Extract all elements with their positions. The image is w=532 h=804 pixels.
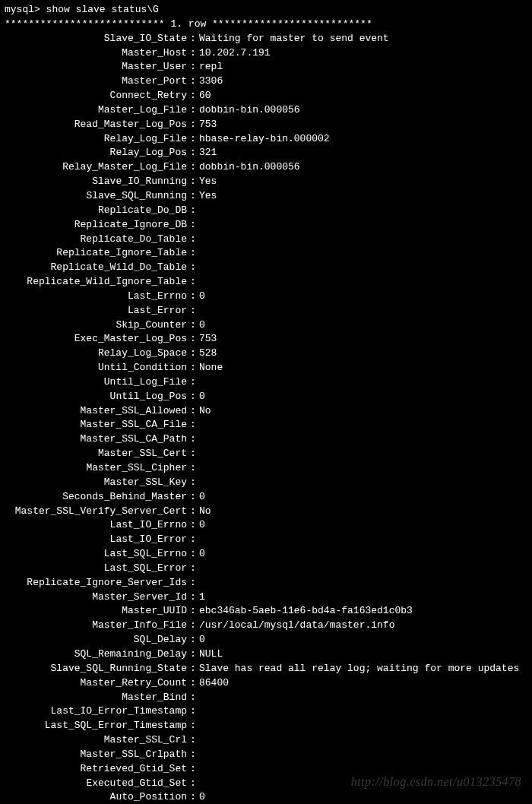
status-row: Master_SSL_Crlpath:	[5, 748, 527, 762]
field-separator: :	[187, 89, 199, 103]
field-label: Slave_SQL_Running_State	[5, 662, 187, 676]
field-value: 528	[199, 347, 217, 361]
field-separator: :	[187, 590, 199, 605]
field-label: Replicate_Wild_Do_Table	[5, 261, 187, 275]
field-separator: :	[187, 461, 199, 476]
field-value: Yes	[199, 175, 217, 189]
field-label: Replicate_Do_DB	[5, 204, 187, 218]
field-value: Waiting for master to send event	[199, 32, 389, 46]
field-value: 753	[199, 118, 217, 132]
field-separator: :	[187, 619, 199, 633]
field-label: Master_SSL_Cipher	[5, 461, 187, 476]
status-row: SQL_Remaining_Delay:NULL	[5, 647, 527, 662]
status-row: Last_SQL_Error:	[5, 562, 527, 576]
watermark-text: http://blog.csdn.net/u013235478	[351, 773, 521, 790]
field-separator: :	[187, 361, 199, 375]
field-label: Relay_Master_Log_File	[5, 160, 187, 175]
field-separator: :	[187, 533, 199, 547]
status-row: Read_Master_Log_Pos:753	[5, 118, 527, 132]
status-row: Master_Server_Id:1	[5, 590, 527, 605]
field-label: Relay_Log_Space	[5, 347, 187, 361]
status-row: Until_Log_File:	[5, 375, 527, 390]
field-separator: :	[187, 218, 199, 233]
field-separator: :	[187, 233, 199, 247]
field-value: 0	[199, 490, 205, 505]
command-line[interactable]: mysql> show slave status\G	[5, 3, 527, 17]
field-label: Last_SQL_Error	[5, 562, 187, 576]
status-row: Master_SSL_CA_Path:	[5, 432, 527, 447]
field-label: SQL_Delay	[5, 633, 187, 647]
field-separator: :	[187, 246, 199, 261]
field-label: Master_Info_File	[5, 619, 187, 633]
status-row: Replicate_Ignore_Table:	[5, 246, 527, 261]
field-separator: :	[187, 748, 199, 762]
field-label: Master_User	[5, 60, 187, 74]
field-label: Slave_IO_State	[5, 32, 187, 46]
field-label: Master_Host	[5, 46, 187, 61]
field-separator: :	[187, 662, 199, 676]
status-row: Auto_Position:0	[5, 790, 527, 804]
field-value: ebc346ab-5aeb-11e6-bd4a-fa163ed1c0b3	[199, 604, 413, 619]
field-separator: :	[187, 576, 199, 590]
status-row: Last_SQL_Errno:0	[5, 547, 527, 562]
status-row: Last_SQL_Error_Timestamp:	[5, 719, 527, 733]
status-row: Last_Error:	[5, 304, 527, 318]
field-label: Until_Log_File	[5, 375, 187, 390]
field-separator: :	[187, 74, 199, 89]
field-value: 3306	[199, 74, 223, 89]
field-separator: :	[187, 204, 199, 218]
field-separator: :	[187, 189, 199, 204]
field-separator: :	[187, 390, 199, 404]
field-label: Skip_Counter	[5, 318, 187, 333]
field-label: Last_IO_Error	[5, 533, 187, 547]
field-label: Replicate_Ignore_Server_Ids	[5, 576, 187, 590]
field-label: Master_Server_Id	[5, 590, 187, 605]
status-row: Master_Log_File:dobbin-bin.000056	[5, 103, 527, 118]
field-value: NULL	[199, 647, 223, 662]
status-row: Relay_Master_Log_File:dobbin-bin.000056	[5, 160, 527, 175]
status-row: Last_Errno:0	[5, 290, 527, 304]
field-label: Connect_Retry	[5, 89, 187, 103]
field-separator: :	[187, 318, 199, 333]
field-label: Master_SSL_Allowed	[5, 404, 187, 419]
field-value: None	[199, 361, 223, 375]
status-row: Master_SSL_CA_File:	[5, 418, 527, 432]
field-separator: :	[187, 633, 199, 647]
status-row: Master_Info_File:/usr/local/mysql/data/m…	[5, 619, 527, 633]
field-separator: :	[187, 275, 199, 290]
command-text: show slave status\G	[46, 4, 159, 15]
field-value: 0	[199, 547, 205, 562]
field-separator: :	[187, 261, 199, 275]
field-separator: :	[187, 490, 199, 505]
status-row: Exec_Master_Log_Pos:753	[5, 332, 527, 347]
field-label: Slave_IO_Running	[5, 175, 187, 189]
status-row: Relay_Log_Pos:321	[5, 146, 527, 160]
field-separator: :	[187, 762, 199, 777]
field-label: Replicate_Ignore_DB	[5, 218, 187, 233]
status-row: Master_SSL_Cert:	[5, 447, 527, 461]
field-value: 753	[199, 332, 217, 347]
status-row: Connect_Retry:60	[5, 89, 527, 103]
field-label: Relay_Log_File	[5, 132, 187, 147]
field-value: 0	[199, 633, 205, 647]
field-label: Last_SQL_Errno	[5, 547, 187, 562]
field-label: Replicate_Wild_Ignore_Table	[5, 275, 187, 290]
status-row: Replicate_Wild_Do_Table:	[5, 261, 527, 275]
status-row: Seconds_Behind_Master:0	[5, 490, 527, 505]
field-label: Master_UUID	[5, 604, 187, 619]
field-value: dobbin-bin.000056	[199, 103, 300, 118]
field-label: Slave_SQL_Running	[5, 189, 187, 204]
field-label: Last_IO_Error_Timestamp	[5, 704, 187, 719]
field-separator: :	[187, 518, 199, 533]
field-label: Master_SSL_Crl	[5, 733, 187, 748]
status-row: Relay_Log_Space:528	[5, 347, 527, 361]
field-label: Until_Condition	[5, 361, 187, 375]
prompt: mysql>	[5, 4, 46, 15]
status-fields: Slave_IO_State:Waiting for master to sen…	[5, 32, 527, 804]
field-label: Read_Master_Log_Pos	[5, 118, 187, 132]
status-row: Master_Port:3306	[5, 74, 527, 89]
field-value: 0	[199, 790, 205, 804]
field-value: hbase-relay-bin.000002	[199, 132, 330, 147]
status-row: Slave_SQL_Running:Yes	[5, 189, 527, 204]
status-row: Slave_SQL_Running_State:Slave has read a…	[5, 662, 527, 676]
